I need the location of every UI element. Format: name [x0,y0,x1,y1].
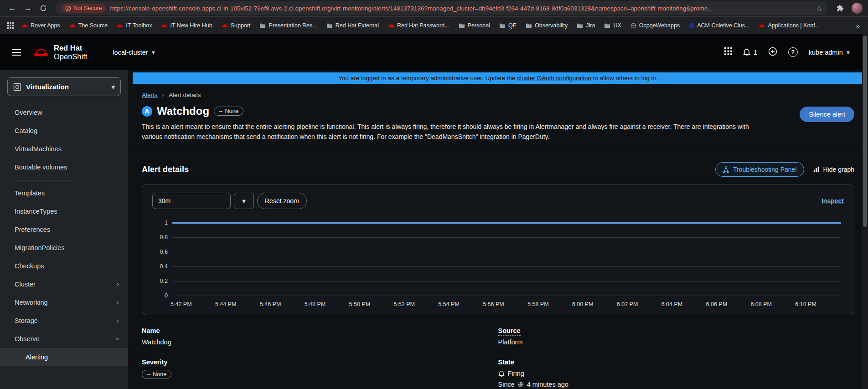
redhat-logo-icon [33,46,49,59]
bookmark-item[interactable]: Support [217,20,255,31]
acm-icon [689,23,694,28]
chevron-down-icon [152,49,155,56]
perspective-label: Virtualization [26,83,69,91]
not-secure-chip[interactable]: Not Secure [61,4,106,13]
sidebar-item-overview[interactable]: Overview [0,103,128,122]
oauth-configuration-link[interactable]: cluster OAuth configuration [517,75,591,82]
refresh-icon[interactable] [36,1,50,15]
bookmark-item[interactable]: The Source [65,20,112,31]
severity-none-badge[interactable]: --None [214,107,243,116]
masthead: Red HatOpenShift local-cluster 1 kube:ad… [0,34,868,70]
severity-label[interactable]: Severity [142,358,167,367]
since-value: 4 minutes ago [527,381,568,388]
sidebar-divider [15,180,74,180]
alert-fields: Name Watchdog Source Platform Severity -… [128,315,868,389]
sidebar-item-virtualmachines[interactable]: VirtualMachines [0,140,128,158]
bookmarks-overflow-icon[interactable] [852,22,863,30]
sidebar-item-alerting[interactable]: Alerting [0,348,128,366]
sidebar-item-observe[interactable]: Observe [0,330,128,348]
sidebar-item-templates[interactable]: Templates [0,184,128,202]
sidebar-item-cluster[interactable]: Cluster [0,275,128,293]
bookmark-item[interactable]: Personal [455,20,494,31]
chevron-right-icon [116,318,119,323]
chart-icon [813,166,820,173]
bookmark-item[interactable]: Presentation Res... [255,20,321,31]
redhat-icon [21,23,28,28]
quick-create-icon[interactable] [768,47,777,58]
bookmark-star-icon[interactable] [816,4,822,13]
severity-none-badge[interactable]: --None [142,370,171,379]
chevron-down-icon [847,49,850,56]
redhat-icon [222,23,228,28]
extensions-icon[interactable] [833,1,847,15]
bookmark-item[interactable]: OcpqeWebapps [626,20,684,31]
sidebar-item-instancetypes[interactable]: InstanceTypes [0,202,128,220]
brand-logo: Red HatOpenShift [33,44,87,61]
perspective-switcher[interactable]: Virtualization [7,77,121,96]
source-label[interactable]: Source [498,327,521,336]
breadcrumb-alerts-link[interactable]: Alerts [142,92,158,98]
sidebar-item-bootable-volumes[interactable]: Bootable volumes [0,158,128,176]
bookmark-item[interactable]: Red Hat External [322,20,383,31]
sidebar-nav: Overview Catalog VirtualMachines Bootabl… [0,103,128,366]
chevron-right-icon [116,282,119,287]
bookmark-item[interactable]: Red Hat Password... [384,20,454,31]
sidebar-item-preferences[interactable]: Preferences [0,220,128,239]
chevron-right-icon [116,300,119,305]
hamburger-menu-icon[interactable] [12,49,21,56]
bookmark-item[interactable]: ACM Coletive Clus... [685,20,754,31]
back-icon[interactable] [5,1,19,15]
bookmark-item[interactable]: Jira [573,20,599,31]
state-label[interactable]: State [498,358,514,367]
troubleshooting-panel-button[interactable]: Troubleshooting Panel [715,162,804,177]
browser-profile-avatar[interactable] [852,3,863,14]
page-scrollbar[interactable] [862,34,868,389]
sidebar-item-checkups[interactable]: Checkups [0,257,128,275]
severity-none-icon: -- [147,371,150,378]
user-menu[interactable]: kube:admin [809,49,850,56]
bookmark-item[interactable]: QE [495,20,521,31]
alert-details-header: Alert details Troubleshooting Panel Hide… [128,151,868,179]
forward-icon[interactable] [21,1,35,15]
bookmark-item[interactable]: Rover Apps [17,20,64,31]
x-tick-label: 6:06 PM [706,301,728,307]
bookmark-item[interactable]: Observability [522,20,572,31]
bookmark-item[interactable]: IT New Hire Hub [157,20,216,31]
y-tick-label: 0.6 [160,249,168,255]
x-tick-label: 6:10 PM [795,301,816,307]
apps-grid-icon[interactable] [5,20,16,31]
address-bar[interactable]: Not Secure https://console-openshift-con… [56,1,828,15]
inspect-link[interactable]: Inspect [822,197,844,205]
redhat-icon [388,23,394,28]
app-launcher-icon[interactable] [724,47,732,57]
brand-line1: Red Hat [54,44,87,52]
x-tick-label: 6:08 PM [750,301,772,307]
sidebar-item-networking[interactable]: Networking [0,293,128,312]
alert-header: A Watchdog --None This is an alert meant… [128,98,868,142]
timespan-dropdown-button[interactable] [234,193,254,209]
timespan-input[interactable]: 30m [152,193,231,209]
bookmark-item[interactable]: UX [600,20,625,31]
sidebar-item-catalog[interactable]: Catalog [0,122,128,140]
folder-icon [326,23,333,28]
folder-icon [259,23,266,28]
notifications-button[interactable]: 1 [743,48,757,56]
sidebar: Virtualization Overview Catalog VirtualM… [0,70,128,389]
help-icon[interactable] [788,47,798,57]
field-severity: Severity --None [142,358,498,388]
scrollbar-thumb[interactable] [863,36,867,227]
bookmark-item[interactable]: IT Toolbox [113,20,156,31]
reset-zoom-button[interactable]: Reset zoom [257,193,307,209]
silence-alert-button[interactable]: Silence alert [800,107,854,122]
hide-graph-button[interactable]: Hide graph [813,166,855,173]
sidebar-item-storage[interactable]: Storage [0,312,128,330]
cluster-selector[interactable]: local-cluster [113,49,155,56]
sidebar-item-migrationpolicies[interactable]: MigrationPolicies [0,239,128,257]
bookmark-item[interactable]: Applications | Konf... [754,20,824,31]
alert-chart[interactable]: 1 0.8 0.6 0.4 0.2 0 [172,223,841,296]
x-tick-label: 6:00 PM [572,301,594,307]
x-tick-label: 5:50 PM [349,301,371,307]
field-name: Name Watchdog [142,327,498,346]
y-tick-label: 0 [165,292,168,299]
y-tick-label: 0.8 [160,234,168,241]
